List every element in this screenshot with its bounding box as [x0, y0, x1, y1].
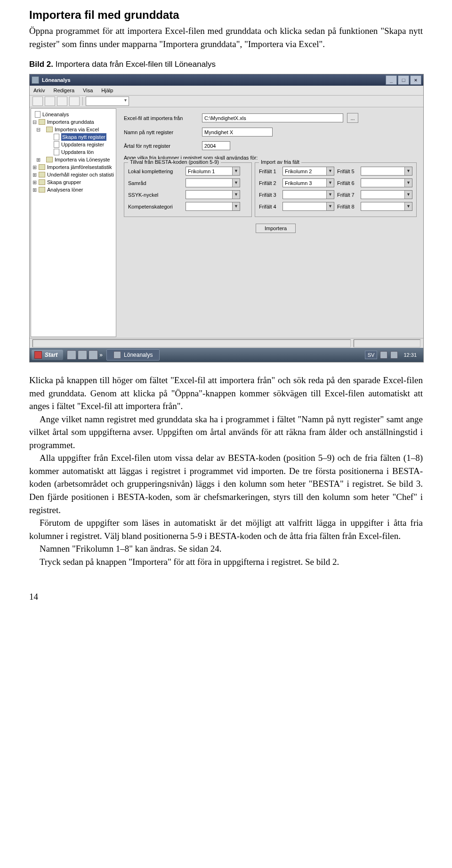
combo-kompetens[interactable]: ▼ [186, 202, 240, 211]
group-fria-falt: Import av fria fält Frifält 1 Frikolumn … [255, 162, 417, 217]
tree-underhall[interactable]: ⊞ Underhåll register och statisti [32, 171, 115, 178]
quick-icon-2[interactable] [78, 350, 87, 360]
taskbar-clock[interactable]: 12:31 [401, 352, 420, 358]
folder-icon [39, 172, 45, 177]
figure-caption: Bild 2. Importera data från Excel-filen … [29, 60, 423, 69]
tree-import-grunddata[interactable]: ⊟ Importera grunddata [32, 118, 115, 126]
folder-icon [39, 119, 45, 125]
combo-frifalt-2[interactable]: Frikolumn 3▼ [282, 178, 334, 187]
window-titlebar[interactable]: Löneanalys _ □ × [30, 74, 423, 86]
menu-redigera[interactable]: Redigera [52, 87, 75, 94]
label-frifalt-6: Frifält 6 [337, 180, 358, 186]
doc-icon [35, 111, 40, 118]
tree-uppdatera-register[interactable]: Uppdatera register [32, 141, 115, 148]
label-ssyk: SSYK-nyckel [128, 192, 183, 198]
label-year: Årtal för nytt register [124, 143, 198, 149]
close-button[interactable]: × [410, 75, 421, 85]
browse-button[interactable]: ... [347, 113, 358, 123]
label-frifalt-8: Frifält 8 [337, 204, 358, 209]
folder-icon [39, 164, 45, 170]
item-icon [54, 134, 59, 140]
toolbar-btn-3[interactable] [57, 96, 67, 106]
tree-uppdatera-lon[interactable]: Uppdatera lön [32, 148, 115, 156]
menu-bar: Arkiv Redigera Visa Hjälp [30, 86, 423, 96]
group-fria-legend: Import av fria fält [259, 159, 301, 165]
combo-frifalt-5[interactable]: ▼ [361, 167, 412, 176]
toolbar-btn-4[interactable] [69, 96, 80, 106]
quick-icon-3[interactable] [89, 350, 98, 360]
page-number: 14 [29, 592, 423, 602]
body-p3: Alla uppgifter från Excel-filen utom vis… [29, 451, 423, 516]
label-frifalt-4: Frifält 4 [259, 204, 280, 209]
system-tray: SV 12:31 [363, 351, 421, 359]
label-excel-file: Excel-fil att importera från [124, 115, 198, 121]
body-p2: Ange vilket namn registret med grunddata… [29, 413, 423, 452]
windows-taskbar: Start » Löneanalys SV 12:31 [30, 348, 423, 362]
toolbar [30, 96, 423, 107]
combo-frifalt-7[interactable]: ▼ [361, 190, 412, 199]
taskbar-app-loneanalys[interactable]: Löneanalys [106, 349, 160, 361]
combo-frifalt-1[interactable]: Frikolumn 2▼ [282, 167, 334, 176]
group-besta-legend: Tillval från BESTA-koden (position 5-9) [128, 159, 221, 165]
combo-ssyk[interactable]: ▼ [186, 190, 240, 199]
language-indicator[interactable]: SV [365, 351, 378, 359]
tree-import-jamforelse[interactable]: ⊞ Importera jämförelsestatistik [32, 163, 115, 171]
task-app-icon [113, 351, 121, 359]
menu-visa[interactable]: Visa [82, 87, 94, 94]
label-frifalt-3: Frifält 3 [259, 192, 280, 198]
tree-import-via-excel[interactable]: ⊟ Importera via Excel [32, 126, 115, 133]
quick-icon-1[interactable] [67, 350, 76, 360]
input-register-name[interactable]: Myndighet X [202, 128, 273, 137]
toolbar-btn-1[interactable] [32, 96, 43, 106]
label-frifalt-7: Frifält 7 [337, 192, 358, 198]
label-kompetens: Kompetenskategori [128, 204, 183, 209]
import-button[interactable]: Importera [256, 224, 296, 233]
input-year[interactable]: 2004 [202, 141, 230, 150]
folder-icon [46, 127, 53, 132]
label-frifalt-2: Frifält 2 [259, 180, 280, 186]
item-icon [54, 149, 59, 155]
combo-frifalt-6[interactable]: ▼ [361, 178, 412, 187]
item-icon [54, 141, 59, 148]
caption-bold: Bild 2. [29, 60, 53, 69]
toolbar-dropdown[interactable] [86, 96, 129, 106]
combo-frifalt-3[interactable]: ▼ [282, 190, 334, 199]
tree-skapa-grupper[interactable]: ⊞ Skapa grupper [32, 178, 115, 186]
toolbar-btn-2[interactable] [45, 96, 55, 106]
menu-arkiv[interactable]: Arkiv [32, 87, 46, 94]
doc-intro: Öppna programmet för att importera Excel… [29, 24, 423, 50]
body-p1: Klicka på knappen till höger om fältet "… [29, 374, 423, 413]
menu-hjalp[interactable]: Hjälp [100, 87, 114, 94]
quick-launch-chevron-icon[interactable]: » [99, 352, 103, 358]
tree-analysera-loner[interactable]: ⊞ Analysera löner [32, 186, 115, 193]
tray-icon-1[interactable] [380, 351, 387, 359]
start-button[interactable]: Start [32, 350, 63, 360]
body-p5: Namnen "Frikolumn 1–8" kan ändras. Se si… [29, 542, 423, 555]
folder-icon [39, 179, 45, 185]
combo-samrad[interactable]: ▼ [186, 178, 240, 187]
nav-tree[interactable]: Löneanalys ⊟ Importera grunddata ⊟ Impor… [31, 108, 116, 337]
app-window: Löneanalys _ □ × Arkiv Redigera Visa Hjä… [29, 74, 424, 362]
body-p6: Tryck sedan på knappen "Importera" för a… [29, 555, 423, 569]
minimize-button[interactable]: _ [386, 75, 397, 85]
quick-launch: » [67, 350, 103, 360]
windows-logo-icon [34, 351, 42, 359]
tray-icon-2[interactable] [390, 351, 398, 359]
maximize-button[interactable]: □ [398, 75, 409, 85]
folder-icon [39, 187, 45, 193]
app-icon [32, 76, 39, 84]
status-bar [30, 338, 423, 348]
label-lokal: Lokal komplettering [128, 169, 183, 174]
tree-root[interactable]: Löneanalys [32, 111, 115, 118]
label-frifalt-5: Frifält 5 [337, 169, 358, 174]
tree-skapa-nytt-register[interactable]: Skapa nytt register [32, 133, 115, 141]
input-excel-file[interactable]: C:\MyndighetX.xls [202, 113, 343, 122]
tree-import-via-lonesystem[interactable]: ⊞ Importera via Lönesyste [32, 156, 115, 163]
combo-frifalt-4[interactable]: ▼ [282, 202, 334, 211]
folder-icon [46, 157, 53, 162]
window-title: Löneanalys [42, 77, 71, 83]
body-p4: Förutom de uppgifter som läses in automa… [29, 516, 423, 542]
combo-frifalt-8[interactable]: ▼ [361, 202, 412, 211]
combo-lokal[interactable]: Frikolumn 1▼ [186, 167, 240, 176]
label-register-name: Namn på nytt register [124, 129, 198, 135]
